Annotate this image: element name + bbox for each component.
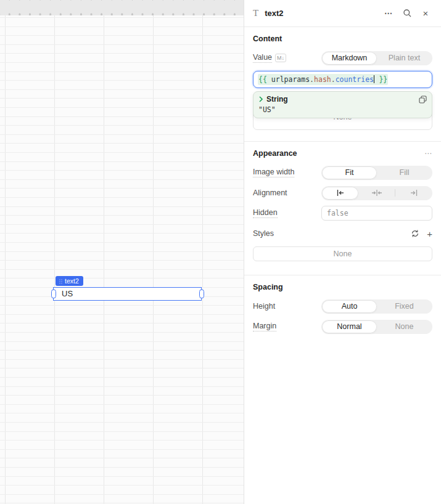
image-width-fit-option[interactable]: Fit <box>322 166 377 179</box>
content-section: Content Value M↓ Markdown Plain text {{ … <box>244 27 441 136</box>
value-code-input[interactable]: {{ urlparams.hash.countries }} <box>253 71 432 88</box>
code-prop-hash: hash <box>314 75 331 84</box>
height-toggle: Auto Fixed <box>321 299 432 314</box>
margin-none-option[interactable]: None <box>377 320 432 333</box>
height-fixed-option[interactable]: Fixed <box>377 300 432 313</box>
markdown-badge-icon: M↓ <box>275 54 286 62</box>
resize-handle-right[interactable] <box>199 290 204 299</box>
align-center-icon <box>371 189 382 197</box>
align-right-icon <box>409 189 419 197</box>
code-prop-countries: countries <box>336 75 374 84</box>
add-style-button[interactable]: + <box>427 229 432 238</box>
search-button[interactable] <box>400 7 414 20</box>
appearance-section: Appearance ⋯ Image width Fit Fill Alignm… <box>244 142 441 270</box>
spacing-section-heading: Spacing <box>253 283 283 291</box>
inspector-title: text2 <box>265 9 283 18</box>
margin-toggle: Normal None <box>321 320 432 334</box>
hidden-input[interactable] <box>321 206 432 221</box>
code-open-brace: {{ <box>258 75 271 84</box>
inspector-header: T text2 ⋯ × <box>244 0 441 27</box>
text-component-value: US <box>54 288 201 300</box>
code-close-brace: }} <box>374 75 387 84</box>
image-width-toggle: Fit Fill <box>321 166 432 180</box>
height-label: Height <box>253 302 275 311</box>
hidden-label: Hidden <box>253 208 278 218</box>
styles-none-placeholder: None <box>334 250 352 258</box>
resize-handle-left[interactable] <box>51 290 56 299</box>
align-center-option[interactable] <box>358 187 395 200</box>
appearance-more-button[interactable]: ⋯ <box>424 149 432 158</box>
evaluation-value: "US" <box>258 105 427 114</box>
margin-normal-option[interactable]: Normal <box>322 320 377 333</box>
evaluation-popup: String "US" <box>253 91 432 118</box>
markdown-option[interactable]: Markdown <box>322 52 377 65</box>
more-options-button[interactable]: ⋯ <box>382 7 395 20</box>
height-auto-option[interactable]: Auto <box>322 300 377 313</box>
chevron-right-icon[interactable] <box>258 96 263 102</box>
selected-text-component[interactable]: US <box>53 287 202 301</box>
code-dot1: . <box>310 75 314 84</box>
image-width-fill-option[interactable]: Fill <box>377 166 432 179</box>
spacing-section: Spacing Height Auto Fixed Margin Normal … <box>244 275 441 342</box>
close-button[interactable]: × <box>419 7 432 20</box>
component-badge-label: text2 <box>65 277 79 285</box>
styles-none-box[interactable]: None <box>253 246 432 261</box>
reset-styles-icon[interactable] <box>411 229 419 238</box>
component-drag-badge[interactable]: text2 <box>56 276 83 286</box>
value-label: Value <box>253 53 272 63</box>
align-left-icon <box>336 189 345 197</box>
alignment-label: Alignment <box>253 189 287 197</box>
canvas-header-dropzone[interactable] <box>0 0 244 15</box>
canvas-grid[interactable] <box>0 15 244 504</box>
copy-icon[interactable] <box>419 96 427 104</box>
styles-label: Styles <box>253 229 274 238</box>
editor-canvas[interactable]: text2 US <box>0 0 244 504</box>
margin-label: Margin <box>253 322 276 331</box>
search-icon <box>403 9 412 18</box>
app-editor: text2 US T text2 ⋯ × <box>0 0 441 504</box>
image-width-label: Image width <box>253 168 294 177</box>
align-left-option[interactable] <box>322 187 358 200</box>
inspector-panel: T text2 ⋯ × Content Valu <box>244 0 441 504</box>
value-editor-area: {{ urlparams.hash.countries }} None Stri… <box>253 71 432 130</box>
content-section-heading: Content <box>253 35 282 43</box>
code-var: urlparams <box>271 75 310 84</box>
code-dot2: . <box>331 75 336 84</box>
alignment-toggle <box>321 186 432 200</box>
plain-text-option[interactable]: Plain text <box>377 52 432 65</box>
evaluation-type: String <box>266 95 288 104</box>
align-right-option[interactable] <box>395 187 432 200</box>
drag-handle-icon <box>59 278 62 284</box>
appearance-section-heading: Appearance <box>253 149 297 158</box>
value-mode-toggle: Markdown Plain text <box>321 51 432 65</box>
text-component-type-icon: T <box>253 8 258 18</box>
